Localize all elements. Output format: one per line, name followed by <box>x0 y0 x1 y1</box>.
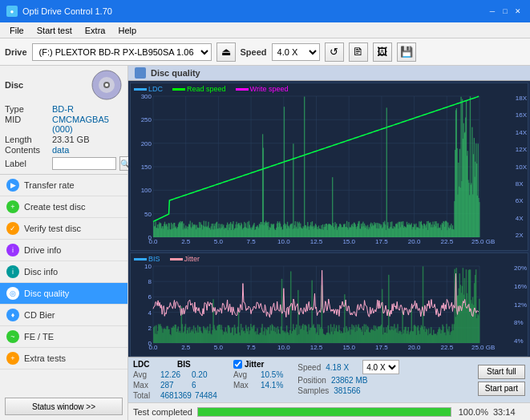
max-label: Max <box>133 381 157 390</box>
sidebar: Disc Type BD-R MID CMCMAGBA5 (000) Lengt… <box>0 66 128 420</box>
disc-info-icon: i <box>6 265 19 278</box>
window-controls: ─ □ ✕ <box>487 6 524 17</box>
sidebar-item-label-disc-info: Disc info <box>24 267 58 277</box>
position-label: Position <box>297 376 326 385</box>
chart1-legend: LDC Read speed Write speed <box>134 85 288 93</box>
samples-label: Samples <box>297 386 329 395</box>
disc-type-label: Type <box>5 104 49 114</box>
ldc-header: LDC <box>133 360 161 369</box>
disc-length-label: Length <box>5 135 49 144</box>
toolbar: Drive (F:) PLEXTOR BD-R PX-LB950SA 1.06 … <box>0 38 530 66</box>
sidebar-item-label-extra-tests: Extra tests <box>24 353 66 363</box>
ldc-chart <box>131 83 505 250</box>
ldc-bis-stats: LDC BIS Avg 12.26 0.20 Max 287 6 Total 4… <box>133 360 219 400</box>
settings-button2[interactable]: 🖼 <box>373 42 392 62</box>
sidebar-item-drive-info[interactable]: i Drive info <box>0 240 127 261</box>
sidebar-item-label-cd-bier: CD Bier <box>24 310 55 320</box>
jitter-max-row: Max 14.1% <box>233 381 283 390</box>
jitter-checkbox[interactable] <box>233 360 242 369</box>
content-area: Disc quality LDC Read speed Write speed … <box>128 66 530 420</box>
drive-label: Drive <box>5 47 27 57</box>
start-buttons: Start full Start part <box>478 360 525 400</box>
avg-bis: 0.20 <box>192 370 216 379</box>
cd-bier-icon: ♦ <box>6 309 19 321</box>
start-part-button[interactable]: Start part <box>478 382 525 396</box>
jitter-max-val: 14.1% <box>261 381 283 390</box>
avg-ldc: 12.26 <box>160 370 188 379</box>
sidebar-item-fe-te[interactable]: ~ FE / TE <box>0 326 127 348</box>
disc-panel-title: Disc <box>5 80 23 90</box>
total-bis: 74484 <box>195 391 219 400</box>
sidebar-item-disc-quality[interactable]: ◎ Disc quality <box>0 283 127 305</box>
jitter-avg-label: Avg <box>233 370 257 379</box>
disc-mid-row: MID CMCMAGBA5 (000) <box>5 115 123 134</box>
jitter-max-label: Max <box>233 381 257 390</box>
position-row: Position 23862 MB <box>297 376 399 385</box>
sidebar-item-verify-test-disc[interactable]: ✓ Verify test disc <box>0 218 127 240</box>
disc-mid-label: MID <box>5 115 49 134</box>
progress-bar-inner <box>198 408 451 416</box>
disc-label-label: Label <box>5 159 49 168</box>
progress-time: 33:14 <box>493 407 525 417</box>
start-full-button[interactable]: Start full <box>478 365 525 379</box>
disc-type-value: BD-R <box>52 104 74 114</box>
jitter-header-row: Jitter <box>233 360 283 369</box>
chart2-y-right: 20%16%12%8%4% <box>514 265 527 345</box>
menu-help[interactable]: Help <box>111 24 143 37</box>
drive-info-icon: i <box>6 244 19 256</box>
speed-row: Speed 4.18 X 4.0 X <box>297 360 399 374</box>
menu-bar: File Start test Extra Help <box>0 22 530 38</box>
progress-bar-outer <box>197 407 451 417</box>
menu-start-test[interactable]: Start test <box>30 24 79 37</box>
total-label: Total <box>133 391 157 400</box>
speed-select[interactable]: 4.0 X <box>272 43 320 61</box>
bis-header: BIS <box>177 360 201 369</box>
title-bar: ● Opti Drive Control 1.70 ─ □ ✕ <box>0 0 530 22</box>
sidebar-item-label-drive-info: Drive info <box>24 245 61 255</box>
disc-contents-row: Contents data <box>5 145 123 155</box>
position-val: 23862 MB <box>331 376 368 385</box>
menu-extra[interactable]: Extra <box>79 24 112 37</box>
status-window-button[interactable]: Status window >> <box>5 398 123 415</box>
samples-val: 381566 <box>334 386 360 395</box>
chart1-y-right: 18X16X14X12X10X8X6X4X2X <box>516 95 527 239</box>
refresh-button[interactable]: ↺ <box>325 42 344 62</box>
eject-button[interactable]: ⏏ <box>216 42 236 62</box>
sidebar-item-create-test-disc[interactable]: + Create test disc <box>0 196 127 218</box>
save-button[interactable]: 💾 <box>397 42 416 62</box>
close-button[interactable]: ✕ <box>512 6 524 17</box>
sidebar-item-cd-bier[interactable]: ♦ CD Bier <box>0 305 127 326</box>
drive-select[interactable]: (F:) PLEXTOR BD-R PX-LB950SA 1.06 <box>32 43 212 61</box>
disc-svg-icon <box>91 69 123 101</box>
disc-contents-label: Contents <box>5 145 49 155</box>
disc-mid-value: CMCMAGBA5 (000) <box>52 115 123 134</box>
extra-tests-icon: + <box>6 352 19 365</box>
settings-button1[interactable]: 🖹 <box>349 42 368 62</box>
disc-quality-title: Disc quality <box>151 68 200 78</box>
sidebar-item-label-transfer-rate: Transfer rate <box>24 180 75 190</box>
stat-max-row: Max 287 6 <box>133 381 219 390</box>
sidebar-item-label-fe-te: FE / TE <box>24 332 54 341</box>
main-area: Disc Type BD-R MID CMCMAGBA5 (000) Lengt… <box>0 66 530 420</box>
max-ldc: 287 <box>160 381 188 390</box>
disc-length-row: Length 23.31 GB <box>5 135 123 144</box>
sidebar-item-disc-info[interactable]: i Disc info <box>0 261 127 283</box>
nav-items: ▶ Transfer rate + Create test disc ✓ Ver… <box>0 175 127 393</box>
disc-label-input[interactable] <box>52 157 116 170</box>
stat-avg-row: Avg 12.26 0.20 <box>133 370 219 379</box>
svg-point-2 <box>105 83 108 87</box>
stat-headers: LDC BIS <box>133 360 219 369</box>
sidebar-item-label-verify-test-disc: Verify test disc <box>24 224 81 233</box>
speed-stat-select[interactable]: 4.0 X <box>362 360 399 374</box>
maximize-button[interactable]: □ <box>500 6 511 17</box>
sidebar-item-label-disc-quality: Disc quality <box>24 289 69 298</box>
jitter-avg-val: 10.5% <box>261 370 283 379</box>
speed-stat-label: Speed <box>297 363 321 372</box>
jitter-avg-row: Avg 10.5% <box>233 370 283 379</box>
samples-row: Samples 381566 <box>297 386 399 395</box>
chart2-legend: BIS Jitter <box>134 255 200 263</box>
sidebar-item-extra-tests[interactable]: + Extra tests <box>0 348 127 370</box>
menu-file[interactable]: File <box>3 24 30 37</box>
minimize-button[interactable]: ─ <box>487 6 498 17</box>
sidebar-item-transfer-rate[interactable]: ▶ Transfer rate <box>0 175 127 196</box>
